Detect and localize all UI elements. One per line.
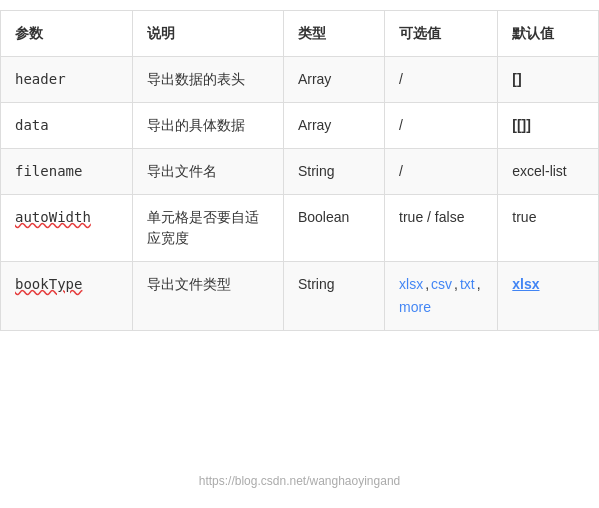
- option-link[interactable]: xlsx: [399, 274, 423, 295]
- option-link[interactable]: txt: [460, 274, 475, 295]
- type-cell: Array: [283, 57, 384, 103]
- description-cell: 单元格是否要自适应宽度: [132, 195, 283, 262]
- default-cell: true: [498, 195, 599, 262]
- table-row: header导出数据的表头Array/[]: [1, 57, 599, 103]
- default-cell: []: [498, 57, 599, 103]
- default-cell: [[]]: [498, 103, 599, 149]
- table-row: autoWidth单元格是否要自适应宽度Booleantrue / falset…: [1, 195, 599, 262]
- table-header-row: 参数 说明 类型 可选值 默认值: [1, 11, 599, 57]
- type-cell: Boolean: [283, 195, 384, 262]
- default-link[interactable]: xlsx: [512, 276, 539, 292]
- options-cell: xlsx, csv, txt, more: [385, 262, 498, 331]
- options-cell: /: [385, 103, 498, 149]
- param-name-text[interactable]: autoWidth: [15, 209, 91, 225]
- description-cell: 导出文件类型: [132, 262, 283, 331]
- description-cell: 导出的具体数据: [132, 103, 283, 149]
- options-cell: /: [385, 149, 498, 195]
- col-header-options: 可选值: [385, 11, 498, 57]
- default-cell: excel-list: [498, 149, 599, 195]
- table-row: bookType导出文件类型Stringxlsx, csv, txt, more…: [1, 262, 599, 331]
- param-name-text[interactable]: bookType: [15, 276, 82, 292]
- param-cell: data: [1, 103, 133, 149]
- description-cell: 导出数据的表头: [132, 57, 283, 103]
- col-header-default: 默认值: [498, 11, 599, 57]
- options-cell: true / false: [385, 195, 498, 262]
- options-cell: /: [385, 57, 498, 103]
- type-cell: Array: [283, 103, 384, 149]
- param-cell: header: [1, 57, 133, 103]
- param-cell: autoWidth: [1, 195, 133, 262]
- description-cell: 导出文件名: [132, 149, 283, 195]
- params-table: 参数 说明 类型 可选值 默认值 header导出数据的表头Array/[]da…: [0, 10, 599, 331]
- param-cell: filename: [1, 149, 133, 195]
- param-cell: bookType: [1, 262, 133, 331]
- default-cell: xlsx: [498, 262, 599, 331]
- table-row: filename导出文件名String/excel-list: [1, 149, 599, 195]
- option-link[interactable]: csv: [431, 274, 452, 295]
- watermark-text: https://blog.csdn.net/wanghaoyingand: [199, 474, 400, 488]
- table-container: 参数 说明 类型 可选值 默认值 header导出数据的表头Array/[]da…: [0, 0, 599, 341]
- type-cell: String: [283, 149, 384, 195]
- type-cell: String: [283, 262, 384, 331]
- col-header-param: 参数: [1, 11, 133, 57]
- col-header-desc: 说明: [132, 11, 283, 57]
- col-header-type: 类型: [283, 11, 384, 57]
- option-link[interactable]: more: [399, 297, 431, 318]
- table-row: data导出的具体数据Array/[[]]: [1, 103, 599, 149]
